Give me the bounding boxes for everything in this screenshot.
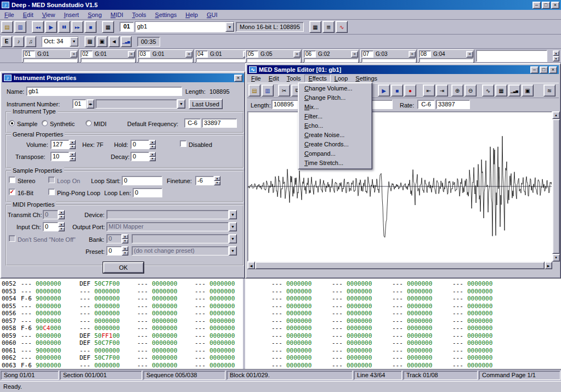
preset-dropdown[interactable]: (do not change preset) ▼ (132, 246, 237, 255)
16bit-checkbox[interactable]: ✓ (9, 189, 15, 195)
pattern-cell[interactable]: ---0000000 (80, 288, 120, 295)
pattern-cell[interactable]: ---0000000 (271, 310, 311, 317)
spin-down-button[interactable]: ▼ (214, 181, 220, 186)
effects-item-filter[interactable]: Filter... (299, 112, 371, 121)
pattern-cell[interactable]: ---0000000 (332, 317, 372, 325)
menu-item-view[interactable]: View (38, 10, 60, 19)
track-menu-button[interactable]: ≡ (466, 51, 473, 58)
effects-item-mix[interactable]: Mix... (299, 103, 371, 112)
instrument-dropdown-button[interactable]: ▼ (225, 22, 234, 32)
pattern-cell[interactable]: ---0000000 (452, 339, 492, 346)
loop-on-checkbox[interactable] (48, 177, 55, 183)
transmit-ch-input[interactable]: 0 (43, 210, 58, 219)
grid-button[interactable]: ▦ (84, 36, 95, 47)
pattern-cell[interactable]: ---0000000 (21, 339, 61, 346)
pattern-cell[interactable]: ---0000000 (137, 339, 177, 346)
device-dropdown[interactable]: ▼ (106, 210, 237, 219)
pattern-cell[interactable]: ---0000000 (392, 325, 432, 332)
zoom-out-button[interactable]: ⊖ (464, 84, 477, 96)
spin-up-button[interactable]: ▲ (122, 246, 128, 251)
track-number[interactable]: 03 (138, 50, 150, 58)
spin-down-button[interactable]: ▼ (58, 215, 65, 220)
pattern-cell[interactable]: ---0000000 (271, 362, 311, 369)
dropdown-button[interactable]: ▼ (177, 99, 185, 109)
pattern-cell[interactable]: ---0000000 (21, 288, 61, 295)
scroll-up-button[interactable]: ▲ (552, 111, 560, 119)
spin-up-button[interactable]: ▲ (149, 152, 156, 157)
pattern-cell[interactable]: ---0000000 (452, 362, 492, 369)
mixer-button[interactable]: ≣ (322, 21, 335, 33)
spin-down-button[interactable]: ▼ (69, 157, 76, 162)
dropdown-button[interactable]: ▼ (229, 210, 237, 219)
cut-button[interactable]: ✂ (278, 84, 290, 96)
rate-note-display[interactable]: C-6 (417, 100, 435, 109)
track-name-input[interactable] (304, 58, 358, 63)
scroll-up-button[interactable]: ▲ (553, 50, 559, 56)
track-name-input[interactable] (361, 58, 416, 63)
close-button[interactable]: × (549, 66, 557, 73)
synthetic-radio[interactable] (42, 120, 48, 126)
hold-input[interactable]: 0 (131, 140, 149, 149)
pattern-cell[interactable]: ---0000000 (452, 303, 492, 310)
spin-up-button[interactable]: ▲ (58, 222, 65, 227)
effects-item-time-stretch[interactable]: Time Stretch... (299, 158, 371, 168)
pattern-cell[interactable]: ---0000000 (392, 347, 432, 354)
effects-item-change-pitch[interactable]: Change Pitch... (299, 93, 371, 103)
menu-item-midi[interactable]: MIDI (106, 10, 128, 19)
pattern-cell[interactable]: ---0000000 (271, 295, 311, 302)
instrument-number-display[interactable]: 01 (120, 22, 134, 32)
pattern-cell[interactable]: ---0000000 (195, 310, 235, 317)
pattern-cell[interactable]: ---0000000 (452, 325, 492, 332)
keyboard-button[interactable]: ▦ (309, 21, 321, 33)
pattern-cell[interactable]: DEF50FF100 (80, 332, 120, 339)
close-button[interactable]: × (551, 2, 559, 9)
minimize-button[interactable]: – (530, 66, 539, 73)
pattern-cell[interactable]: ---0000000 (195, 280, 235, 287)
pattern-cell[interactable]: ---0000000 (195, 303, 235, 310)
pattern-cell[interactable]: ---0000000 (195, 339, 235, 346)
speaker-button[interactable]: ◄ (109, 36, 120, 47)
decay-input[interactable]: 0 (131, 152, 149, 161)
grid-button[interactable]: ▦ (495, 84, 507, 96)
effects-item-create-chords[interactable]: Create Chords... (299, 140, 371, 149)
pattern-cell[interactable]: ---0000000 (332, 354, 372, 361)
effects-item-create-noise[interactable]: Create Noise... (299, 130, 371, 140)
note-entry-button[interactable]: ♪ (13, 36, 24, 47)
pattern-cell[interactable]: ---0000000 (332, 325, 372, 332)
dialog-titlebar[interactable]: ♪ Instrument Properties × (2, 73, 244, 82)
pattern-cell[interactable]: ---0000000 (392, 317, 432, 325)
pattern-cell[interactable]: ---0000000 (271, 303, 311, 310)
pattern-cell[interactable]: ---0000000 (271, 325, 311, 332)
track-name-input[interactable] (23, 58, 77, 63)
pattern-cell[interactable]: ---0000000 (21, 303, 61, 310)
pattern-cell[interactable]: ---0000000 (332, 288, 372, 295)
scrollbar-thumb[interactable] (255, 262, 545, 269)
transpose-input[interactable]: 10 (50, 152, 69, 161)
pattern-cell[interactable]: ---0000000 (392, 332, 432, 339)
pattern-cell[interactable]: ---0000000 (137, 280, 177, 287)
pattern-cell[interactable]: ---0000000 (137, 332, 177, 339)
spin-down-button[interactable]: ▼ (149, 145, 156, 150)
pattern-cell[interactable]: ---0000000 (332, 339, 372, 346)
octave-value[interactable]: Oct: 34 (42, 37, 70, 47)
ok-button[interactable]: OK (103, 262, 144, 273)
editor-menu-item-edit[interactable]: Edit (265, 75, 283, 82)
spin-up-button[interactable]: ▲ (69, 152, 76, 157)
pattern-editor[interactable]: 0052---0000000DEF50C7F00---0000000---000… (0, 279, 561, 370)
pattern-cell[interactable]: ---0000000 (195, 332, 235, 339)
pattern-cell[interactable]: ---0000000 (80, 325, 120, 332)
record-button[interactable]: ● (404, 84, 416, 96)
menu-item-song[interactable]: Song (83, 10, 106, 19)
sample-radio[interactable] (9, 120, 15, 126)
maximize-button[interactable]: □ (540, 66, 548, 73)
pattern-cell[interactable]: ---0000000 (452, 288, 492, 295)
instrument-number-arrows[interactable]: ◂▸ (87, 99, 94, 109)
pattern-cell[interactable]: ---0000000 (452, 347, 492, 354)
windows-button[interactable]: ▣ (522, 84, 534, 96)
pattern-cell[interactable]: ---0000000 (271, 332, 311, 339)
pattern-cell[interactable]: ---0000000 (392, 280, 432, 287)
spin-down-button[interactable]: ▼ (58, 227, 65, 232)
octave-dropdown-button[interactable]: ▼ (70, 37, 78, 47)
pattern-cell[interactable]: ---0000000 (21, 317, 61, 325)
pattern-cell[interactable]: ---0000000 (137, 303, 177, 310)
